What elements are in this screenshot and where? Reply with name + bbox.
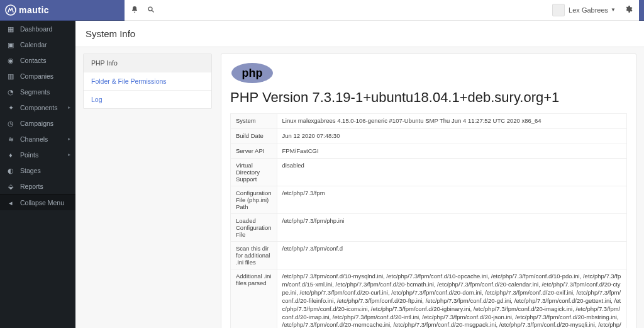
page-title: System Info	[75, 21, 644, 47]
php-version-title: PHP Version 7.3.19-1+ubuntu18.04.1+deb.s…	[230, 89, 627, 106]
avatar	[552, 4, 565, 16]
info-value: /etc/php/7.3/fpm/conf.d/10-mysqlnd.ini, …	[277, 269, 626, 328]
brand-label: mautic	[19, 5, 49, 15]
sidebar: ▦Dashboard ▣Calendar ◉Contacts ▥Companie…	[0, 21, 75, 328]
building-icon: ▥	[6, 72, 15, 80]
info-value: disabled	[277, 159, 626, 186]
info-key: Server API	[231, 144, 277, 159]
info-value: Jun 12 2020 07:48:30	[277, 128, 626, 144]
chart-icon: ⬙	[6, 183, 15, 190]
brand-logo[interactable]: mautic	[5, 4, 49, 16]
user-menu[interactable]: Lex Gabrees ▼	[552, 4, 616, 16]
sidebar-item-calendar[interactable]: ▣Calendar	[0, 37, 75, 52]
tab-log[interactable]: Log	[84, 91, 211, 108]
info-value: /etc/php/7.3/fpm/php.ini	[277, 214, 626, 242]
mautic-logo-icon	[5, 4, 16, 16]
clock-icon: ◷	[6, 120, 15, 127]
svg-point-1	[148, 7, 152, 11]
sidebar-item-channels[interactable]: ≋Channels▸	[0, 131, 75, 147]
dashboard-icon: ▦	[6, 25, 15, 33]
php-info-panel: php PHP Version 7.3.19-1+ubuntu18.04.1+d…	[221, 54, 636, 328]
info-key: Loaded Configuration File	[231, 214, 277, 242]
chevron-right-icon: ▸	[68, 152, 70, 157]
php-info-table: SystemLinux malexgabrees 4.15.0-106-gene…	[230, 113, 627, 328]
sidebar-item-companies[interactable]: ▥Companies	[0, 68, 75, 84]
sidebar-item-points[interactable]: ♦Points▸	[0, 147, 75, 162]
calendar-icon: ▣	[6, 41, 15, 48]
rss-icon: ≋	[6, 135, 15, 143]
sidebar-item-dashboard[interactable]: ▦Dashboard	[0, 21, 75, 37]
chevron-right-icon: ▸	[68, 105, 70, 110]
info-key: Scan this dir for additional .ini files	[231, 242, 277, 269]
sidebar-item-segments[interactable]: ◔Segments	[0, 84, 75, 99]
sysinfo-tabs: PHP Info Folder & File Permissions Log	[83, 54, 212, 109]
info-key: System	[231, 114, 277, 129]
topbar: mautic Lex Gabrees ▼	[0, 0, 644, 21]
info-value: /etc/php/7.3/fpm	[277, 186, 626, 214]
collapse-menu[interactable]: ◂Collapse Menu	[0, 194, 75, 210]
tab-php-info[interactable]: PHP Info	[84, 54, 211, 72]
pie-icon: ◔	[6, 88, 15, 96]
user-icon: ◉	[6, 57, 15, 64]
user-name: Lex Gabrees	[569, 6, 608, 14]
info-key: Additional .ini files parsed	[231, 269, 277, 328]
table-row: Configuration File (php.ini) Path/etc/ph…	[231, 186, 627, 214]
info-value: Linux malexgabrees 4.15.0-106-generic #1…	[277, 114, 626, 129]
table-row: Virtual Directory Supportdisabled	[231, 159, 627, 186]
table-row: Additional .ini files parsed/etc/php/7.3…	[231, 269, 627, 328]
info-value: FPM/FastCGI	[277, 144, 626, 159]
info-key: Build Date	[231, 128, 277, 144]
table-row: Scan this dir for additional .ini files/…	[231, 242, 627, 269]
chevron-down-icon: ▼	[611, 7, 616, 13]
sidebar-item-reports[interactable]: ⬙Reports	[0, 178, 75, 194]
notifications-icon[interactable]	[131, 6, 138, 14]
info-key: Virtual Directory Support	[231, 159, 277, 186]
sidebar-item-stages[interactable]: ◐Stages	[0, 162, 75, 178]
info-key: Configuration File (php.ini) Path	[231, 186, 277, 214]
table-row: Server APIFPM/FastCGI	[231, 144, 627, 159]
php-logo-icon: php	[230, 62, 627, 86]
svg-line-2	[152, 10, 154, 12]
sidebar-item-contacts[interactable]: ◉Contacts	[0, 52, 75, 68]
tab-folder-permissions[interactable]: Folder & File Permissions	[84, 72, 211, 91]
search-icon[interactable]	[147, 6, 155, 14]
trophy-icon: ♦	[6, 151, 15, 159]
settings-icon[interactable]	[625, 5, 633, 14]
info-value: /etc/php/7.3/fpm/conf.d	[277, 242, 626, 269]
tachometer-icon: ◐	[6, 167, 15, 174]
sidebar-item-campaigns[interactable]: ◷Campaigns	[0, 115, 75, 131]
content-area: System Info PHP Info Folder & File Permi…	[75, 21, 644, 328]
chevron-left-icon: ◂	[6, 199, 15, 206]
chevron-right-icon: ▸	[68, 136, 70, 142]
table-row: Loaded Configuration File/etc/php/7.3/fp…	[231, 214, 627, 242]
svg-text:php: php	[242, 67, 263, 79]
sidebar-item-components[interactable]: ✦Components▸	[0, 99, 75, 115]
puzzle-icon: ✦	[6, 104, 15, 111]
table-row: SystemLinux malexgabrees 4.15.0-106-gene…	[231, 114, 627, 129]
table-row: Build DateJun 12 2020 07:48:30	[231, 128, 627, 144]
